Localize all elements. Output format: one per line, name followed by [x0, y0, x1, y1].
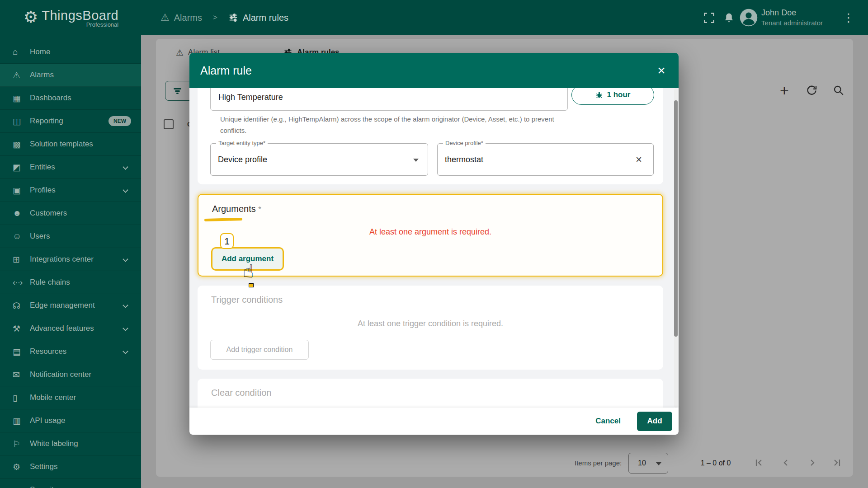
brand-title: ThingsBoard — [42, 8, 118, 23]
clear-condition-section: Clear condition — [198, 379, 663, 408]
trigger-conditions-title: Trigger conditions — [211, 295, 283, 305]
sidebar-item-security[interactable]: Security — [0, 479, 141, 488]
debug-duration-label: 1 hour — [607, 90, 631, 99]
chevron-down-icon — [123, 348, 128, 354]
notifications-button[interactable] — [719, 8, 739, 28]
sidebar-item-users[interactable]: ☺ Users — [0, 225, 141, 248]
sidebar-item-solution-templates[interactable]: ▩ Solution templates — [0, 133, 141, 156]
sidebar-nav: ⌂ Home ⚠ Alarms ▦ Dashboards ◫ Reporting… — [0, 35, 141, 488]
reporting-icon: ◫ — [13, 116, 30, 127]
edge-antenna-icon: ☊ — [13, 300, 30, 311]
home-icon: ⌂ — [13, 47, 30, 57]
warning-icon: ⚠ — [13, 70, 30, 80]
top-header: ⚙ ThingsBoard Professional ⚠ Alarms > Al… — [0, 0, 868, 35]
sidebar-item-white-labeling[interactable]: ⚐ White labeling — [0, 432, 141, 455]
account-circle-icon — [739, 7, 759, 28]
advanced-features-icon: ⚒ — [13, 324, 30, 334]
alarm-rule-name-input[interactable] — [210, 88, 568, 111]
trigger-conditions-section: Trigger conditions At least one trigger … — [198, 286, 663, 370]
fullscreen-button[interactable] — [699, 8, 719, 28]
bell-icon — [723, 12, 735, 23]
warning-icon: ⚠ — [160, 12, 170, 23]
sidebar-item-reporting[interactable]: ◫ Reporting NEW — [0, 110, 141, 133]
chevron-down-icon — [413, 159, 419, 162]
chevron-down-icon — [123, 187, 128, 193]
fullscreen-icon — [703, 12, 715, 24]
entities-icon: ◩ — [13, 162, 30, 173]
thingsboard-logo[interactable]: ⚙ ThingsBoard Professional — [24, 6, 118, 28]
user-role: Tenant administrator — [761, 18, 823, 28]
sidebar-item-resources[interactable]: ▤ Resources — [0, 340, 141, 363]
dialog-header: Alarm rule × — [189, 53, 679, 88]
scrollbar-thumb[interactable] — [674, 100, 678, 337]
pointer-hand-cursor-icon: ☝ — [243, 261, 254, 282]
device-profile-field[interactable]: Device profile* thermostat × — [437, 143, 654, 176]
rule-chains-icon: ‹··› — [13, 277, 30, 287]
kebab-menu-icon[interactable]: ⋮ — [839, 11, 858, 25]
breadcrumb-separator: > — [213, 13, 217, 22]
dialog-title: Alarm rule — [200, 53, 252, 88]
api-usage-chart-icon: ▥ — [13, 416, 30, 426]
solution-templates-icon: ▩ — [13, 139, 30, 150]
sidebar-item-mobile-center[interactable]: ▯ Mobile center — [0, 386, 141, 409]
chevron-down-icon — [123, 302, 128, 308]
cancel-button[interactable]: Cancel — [591, 413, 625, 429]
customers-icon: ☻ — [13, 208, 30, 218]
dashboards-icon: ▦ — [13, 93, 30, 103]
sidebar-item-alarms[interactable]: ⚠ Alarms — [0, 64, 141, 87]
dialog-scrollbar — [674, 88, 678, 408]
alarm-rule-dialog: Alarm rule × 1 hour Unique identifier (e… — [189, 53, 679, 435]
arguments-title: Arguments * — [212, 204, 261, 214]
user-name: John Doe — [761, 8, 823, 18]
sidebar-item-edge-management[interactable]: ☊ Edge management — [0, 294, 141, 317]
breadcrumb: ⚠ Alarms > Alarm rules — [160, 0, 288, 35]
sidebar-item-dashboards[interactable]: ▦ Dashboards — [0, 87, 141, 110]
sidebar-item-profiles[interactable]: ▣ Profiles — [0, 179, 141, 202]
sidebar-item-settings[interactable]: ⚙ Settings — [0, 455, 141, 479]
chevron-down-icon — [123, 164, 128, 170]
notification-icon: ✉ — [13, 370, 30, 380]
resources-folder-icon: ▤ — [13, 347, 30, 357]
sidebar-item-integrations-center[interactable]: ⊞ Integrations center — [0, 248, 141, 271]
mobile-phone-icon: ▯ — [13, 393, 30, 403]
clear-icon[interactable]: × — [632, 152, 646, 167]
chevron-down-icon — [123, 325, 128, 331]
dialog-footer: Cancel Add — [189, 408, 679, 435]
users-icon: ☺ — [13, 231, 30, 241]
breadcrumb-alarms[interactable]: Alarms — [174, 13, 202, 23]
gear-icon: ⚙ — [13, 462, 30, 472]
sidebar-item-notification-center[interactable]: ✉ Notification center — [0, 363, 141, 386]
brand-subtitle: Professional — [86, 21, 119, 28]
bug-icon — [595, 91, 603, 99]
app-window: ⚙ ThingsBoard Professional ⚠ Alarms > Al… — [0, 0, 868, 488]
tune-icon — [228, 13, 238, 23]
tour-step-badge: 1 — [220, 233, 234, 249]
new-badge: NEW — [108, 116, 131, 126]
sidebar-item-api-usage[interactable]: ▥ API usage — [0, 409, 141, 432]
close-icon[interactable]: × — [653, 63, 670, 79]
sidebar-item-advanced-features[interactable]: ⚒ Advanced features — [0, 317, 141, 340]
sidebar-item-customers[interactable]: ☻ Customers — [0, 202, 141, 225]
clear-condition-title: Clear condition — [211, 388, 271, 398]
integrations-icon: ⊞ — [13, 254, 30, 265]
sidebar-item-home[interactable]: ⌂ Home — [0, 41, 141, 64]
breadcrumb-alarm-rules: Alarm rules — [243, 13, 288, 23]
user-avatar[interactable] — [739, 8, 759, 28]
name-helper-text: Unique identifier (e.g., HighTempAlarm) … — [220, 113, 559, 136]
debug-mode-button[interactable]: 1 hour — [571, 88, 654, 105]
pointer-cursor-base — [249, 283, 254, 287]
dialog-body: 1 hour Unique identifier (e.g., HighTemp… — [189, 88, 679, 408]
tour-highlight-underline — [204, 218, 242, 221]
sidebar-item-entities[interactable]: ◩ Entities — [0, 156, 141, 179]
chevron-down-icon — [123, 256, 128, 262]
profiles-icon: ▣ — [13, 185, 30, 196]
user-info: John Doe Tenant administrator — [761, 8, 823, 28]
target-entity-type-select[interactable]: Target entity type* Device profile — [210, 143, 428, 176]
add-trigger-condition-button[interactable]: Add trigger condition — [210, 340, 309, 360]
sidebar-item-rule-chains[interactable]: ‹··› Rule chains — [0, 271, 141, 294]
arguments-error-text: At least one argument is required. — [198, 227, 662, 237]
add-button[interactable]: Add — [637, 412, 672, 431]
thingsboard-logo-icon: ⚙ — [24, 6, 38, 28]
arguments-section: Arguments * At least one argument is req… — [198, 194, 663, 277]
trigger-conditions-hint: At least one trigger condition is requir… — [198, 319, 663, 328]
